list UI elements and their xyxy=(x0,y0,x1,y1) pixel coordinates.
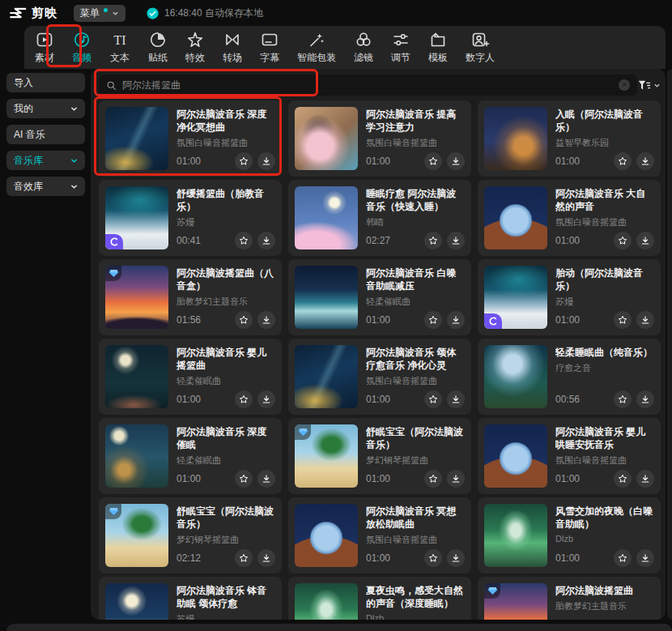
download-button[interactable] xyxy=(257,470,275,488)
favorite-button[interactable] xyxy=(614,390,632,408)
music-card[interactable]: 阿尔法脑波摇篮曲 胎教梦幻主题音乐 xyxy=(478,577,661,620)
music-thumbnail[interactable] xyxy=(484,424,547,488)
download-button[interactable] xyxy=(257,311,275,329)
music-thumbnail[interactable] xyxy=(295,266,358,329)
music-thumbnail[interactable] xyxy=(105,186,168,249)
music-thumbnail[interactable] xyxy=(295,504,358,567)
music-card[interactable]: 阿尔法脑波音乐 婴儿摇篮曲 轻柔催眠曲 01:00 xyxy=(99,339,282,415)
music-thumbnail[interactable] xyxy=(484,345,547,408)
music-thumbnail[interactable] xyxy=(295,107,358,170)
download-button[interactable] xyxy=(636,311,654,329)
favorite-button[interactable] xyxy=(614,549,632,567)
music-thumbnail[interactable] xyxy=(105,583,168,620)
music-thumbnail[interactable] xyxy=(484,583,547,620)
download-button[interactable] xyxy=(636,390,654,408)
music-thumbnail[interactable] xyxy=(295,583,358,620)
music-thumbnail[interactable] xyxy=(484,266,547,329)
favorite-button[interactable] xyxy=(424,390,442,408)
sidebar-item-mine[interactable]: 我的 xyxy=(6,99,85,118)
download-button[interactable] xyxy=(447,232,465,249)
download-button[interactable] xyxy=(257,152,275,170)
toolbar-item-transition[interactable]: 转场 xyxy=(214,31,251,65)
filter-button[interactable] xyxy=(637,79,661,92)
music-card[interactable]: 阿尔法脑波音乐 深度净化冥想曲 氛围白噪音摇篮曲 01:00 xyxy=(99,100,282,177)
music-thumbnail[interactable] xyxy=(105,504,168,567)
favorite-button[interactable] xyxy=(235,390,253,408)
download-button[interactable] xyxy=(447,152,465,170)
music-thumbnail[interactable] xyxy=(105,345,168,408)
music-card[interactable]: 阿尔法脑波音乐 白噪音助眠减压 轻柔催眠曲 01:00 xyxy=(288,259,471,335)
favorite-button[interactable] xyxy=(235,470,253,488)
music-card[interactable]: 舒眠宝宝（阿尔法脑波音乐） 梦幻钢琴摇篮曲 01:00 xyxy=(288,418,471,494)
search-input[interactable]: 阿尔法摇篮曲 × xyxy=(99,75,637,96)
toolbar-item-text[interactable]: TI文本 xyxy=(100,31,139,65)
music-card[interactable]: 舒眠宝宝（阿尔法脑波音乐） 梦幻钢琴摇篮曲 02:12 xyxy=(99,497,282,573)
toolbar-item-template[interactable]: 模板 xyxy=(419,31,457,65)
music-thumbnail[interactable] xyxy=(484,186,547,249)
music-thumbnail[interactable] xyxy=(295,424,358,488)
favorite-button[interactable] xyxy=(424,549,442,567)
music-thumbnail[interactable] xyxy=(105,266,168,329)
favorite-button[interactable] xyxy=(235,311,253,329)
music-card[interactable]: 阿尔法脑波音乐 冥想放松助眠曲 氛围白噪音摇篮曲 01:00 xyxy=(288,497,471,573)
music-card[interactable]: 阿尔法脑波摇篮曲（八音盒） 胎教梦幻主题音乐 01:56 xyxy=(99,259,282,335)
download-button[interactable] xyxy=(447,470,465,488)
music-card[interactable]: 风雪交加的夜晚（白噪音助眠） Dlzb 01:00 xyxy=(478,497,661,573)
music-card[interactable]: 睡眠疗愈 阿尔法脑波音乐（快速入睡） 韩晴 02:27 xyxy=(288,180,471,256)
favorite-button[interactable] xyxy=(614,232,632,249)
music-thumbnail[interactable] xyxy=(105,107,168,170)
music-card[interactable]: 胎动（阿尔法脑波音乐） 苏熳 01:00 xyxy=(478,259,661,335)
favorite-button[interactable] xyxy=(424,152,442,170)
music-thumbnail[interactable] xyxy=(105,424,168,488)
clear-search-icon[interactable]: × xyxy=(619,79,630,91)
music-card[interactable]: 阿尔法脑波音乐 深度催眠 轻柔催眠曲 01:00 xyxy=(99,418,282,494)
toolbar-item-filter[interactable]: 滤镜 xyxy=(345,31,382,65)
favorite-button[interactable] xyxy=(424,311,442,329)
favorite-button[interactable] xyxy=(614,311,632,329)
music-title: 阿尔法脑波摇篮曲 xyxy=(555,584,633,597)
download-button[interactable] xyxy=(257,549,275,567)
sidebar-item-sound-effects[interactable]: 音效库 xyxy=(6,177,85,196)
download-button[interactable] xyxy=(257,390,275,408)
toolbar-item-sticker[interactable]: 贴纸 xyxy=(139,31,177,65)
toolbar-item-effects[interactable]: 特效 xyxy=(177,31,214,65)
music-card[interactable]: 夏夜虫鸣，感受大自然的声音（深度睡眠） Dlzb xyxy=(288,577,471,620)
music-card[interactable]: 阿尔法脑波音乐 婴儿哄睡安抚音乐 氛围白噪音摇篮曲 01:00 xyxy=(478,418,661,494)
music-thumbnail[interactable] xyxy=(295,345,358,408)
download-button[interactable] xyxy=(447,390,465,408)
favorite-button[interactable] xyxy=(614,470,632,488)
music-card[interactable]: 阿尔法脑波音乐 钵音助眠 颂体疗愈 苏熳 xyxy=(99,577,282,620)
music-card[interactable]: 阿尔法脑波音乐 大自然的声音 氛围白噪音摇篮曲 01:00 xyxy=(478,180,661,256)
toolbar-item-adjust[interactable]: 调节 xyxy=(382,31,419,65)
download-button[interactable] xyxy=(636,549,654,567)
download-button[interactable] xyxy=(447,549,465,567)
sidebar-item-ai-music[interactable]: AI 音乐 xyxy=(6,125,85,144)
favorite-button[interactable] xyxy=(235,152,253,170)
music-thumbnail[interactable] xyxy=(484,504,547,567)
favorite-button[interactable] xyxy=(235,549,253,567)
favorite-button[interactable] xyxy=(235,232,253,249)
music-card[interactable]: 阿尔法脑波音乐 颂体疗愈音乐 净化心灵 氛围白噪音摇篮曲 01:00 xyxy=(288,339,471,415)
favorite-button[interactable] xyxy=(614,152,632,170)
favorite-button[interactable] xyxy=(424,232,442,249)
download-button[interactable] xyxy=(636,470,654,488)
toolbar-item-audio[interactable]: 音频 xyxy=(63,31,100,65)
music-thumbnail[interactable] xyxy=(295,186,358,249)
music-card[interactable]: 阿尔法脑波音乐 提高学习注意力 氛围白噪音摇篮曲 01:00 xyxy=(288,100,471,177)
sidebar-item-import[interactable]: 导入 xyxy=(6,73,85,92)
favorite-button[interactable] xyxy=(424,470,442,488)
menu-button[interactable]: 菜单 xyxy=(74,5,125,22)
toolbar-item-smart-package[interactable]: 智能包装 xyxy=(288,31,345,65)
download-button[interactable] xyxy=(636,152,654,170)
toolbar-item-media[interactable]: 素材 xyxy=(26,31,63,65)
download-button[interactable] xyxy=(636,232,654,249)
toolbar-item-digital-human[interactable]: 数字人 xyxy=(457,31,504,65)
download-button[interactable] xyxy=(257,232,275,249)
music-card[interactable]: 入眠（阿尔法脑波音乐） 益智早教乐园 01:00 xyxy=(478,100,661,177)
toolbar-item-captions[interactable]: 字幕 xyxy=(251,31,288,65)
music-card[interactable]: 舒缓摇篮曲（胎教音乐） 苏熳 00:41 xyxy=(99,180,282,256)
download-button[interactable] xyxy=(447,311,465,329)
music-card[interactable]: 轻柔睡眠曲（纯音乐） 疗愈之音 00:56 xyxy=(478,339,661,415)
sidebar-item-music-library[interactable]: 音乐库 xyxy=(6,151,85,170)
music-thumbnail[interactable] xyxy=(484,107,547,170)
